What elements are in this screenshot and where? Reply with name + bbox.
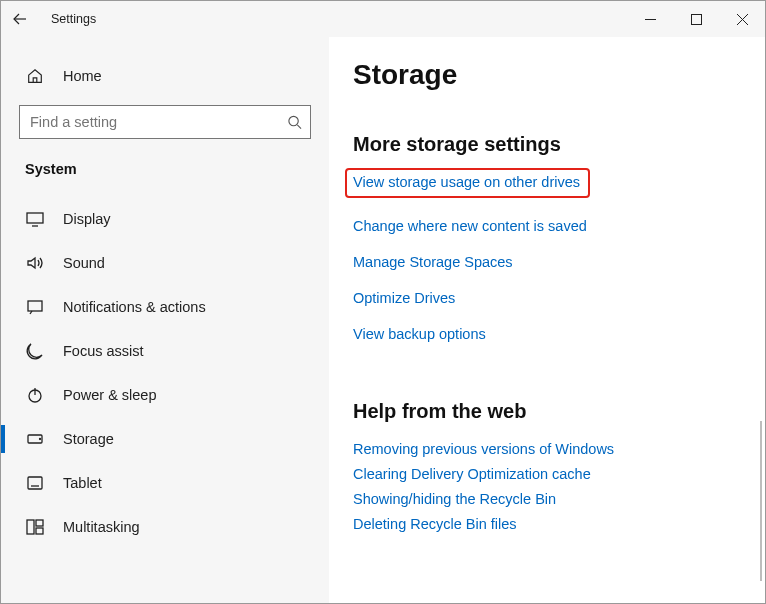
- sidebar-item-label: Notifications & actions: [63, 299, 206, 315]
- category-label: System: [1, 155, 329, 187]
- link-view-backup-options[interactable]: View backup options: [353, 326, 486, 342]
- notifications-icon: [25, 297, 45, 317]
- storage-icon: [25, 429, 45, 449]
- section-more-storage-heading: More storage settings: [353, 133, 741, 156]
- sidebar-item-label: Tablet: [63, 475, 102, 491]
- arrow-left-icon: [12, 11, 28, 27]
- svg-rect-16: [27, 520, 34, 534]
- close-button[interactable]: [719, 1, 765, 37]
- sidebar-item-focus-assist[interactable]: Focus assist: [1, 329, 329, 373]
- link-view-storage-other-drives[interactable]: View storage usage on other drives: [345, 168, 590, 198]
- link-change-where-saved[interactable]: Change where new content is saved: [353, 218, 587, 234]
- focus-assist-icon: [25, 341, 45, 361]
- svg-rect-18: [36, 528, 43, 534]
- nav-home[interactable]: Home: [1, 55, 329, 97]
- help-links: Removing previous versions of Windows Cl…: [353, 441, 741, 532]
- sidebar-item-label: Focus assist: [63, 343, 144, 359]
- sidebar-item-notifications[interactable]: Notifications & actions: [1, 285, 329, 329]
- svg-rect-17: [36, 520, 43, 526]
- settings-window: Settings Home: [0, 0, 766, 604]
- svg-rect-14: [28, 477, 42, 489]
- sidebar-item-label: Storage: [63, 431, 114, 447]
- search-input[interactable]: [20, 106, 310, 138]
- svg-point-5: [289, 116, 298, 125]
- sidebar-item-tablet[interactable]: Tablet: [1, 461, 329, 505]
- search-wrap: [19, 105, 311, 139]
- page-title: Storage: [353, 59, 741, 91]
- minimize-button[interactable]: [627, 1, 673, 37]
- link-clearing-delivery-cache[interactable]: Clearing Delivery Optimization cache: [353, 466, 591, 482]
- sidebar-item-label: Display: [63, 211, 111, 227]
- window-controls: [627, 1, 765, 37]
- home-icon: [25, 66, 45, 86]
- sound-icon: [25, 253, 45, 273]
- sidebar-item-multitasking[interactable]: Multitasking: [1, 505, 329, 549]
- search-icon: [287, 115, 302, 130]
- maximize-button[interactable]: [673, 1, 719, 37]
- content-pane: Storage More storage settings View stora…: [329, 37, 765, 603]
- window-title: Settings: [51, 12, 96, 26]
- svg-rect-2: [691, 14, 701, 24]
- sidebar-item-label: Multitasking: [63, 519, 140, 535]
- multitasking-icon: [25, 517, 45, 537]
- svg-rect-7: [27, 213, 43, 223]
- sidebar-item-label: Power & sleep: [63, 387, 157, 403]
- link-show-hide-recycle-bin[interactable]: Showing/hiding the Recycle Bin: [353, 491, 556, 507]
- svg-line-6: [297, 125, 301, 129]
- svg-point-13: [40, 439, 41, 440]
- sidebar-item-storage[interactable]: Storage: [1, 417, 329, 461]
- link-deleting-recycle-bin[interactable]: Deleting Recycle Bin files: [353, 516, 517, 532]
- sidebar: Home System Display: [1, 37, 329, 603]
- more-storage-links: View storage usage on other drives Chang…: [353, 174, 741, 342]
- sidebar-item-power-sleep[interactable]: Power & sleep: [1, 373, 329, 417]
- link-manage-storage-spaces[interactable]: Manage Storage Spaces: [353, 254, 513, 270]
- link-removing-previous-windows[interactable]: Removing previous versions of Windows: [353, 441, 614, 457]
- power-icon: [25, 385, 45, 405]
- scrollbar[interactable]: [760, 421, 762, 581]
- link-optimize-drives[interactable]: Optimize Drives: [353, 290, 455, 306]
- nav-list: Display Sound Notifications & actions: [1, 197, 329, 549]
- close-icon: [737, 14, 748, 25]
- nav-home-label: Home: [63, 68, 102, 84]
- sidebar-item-sound[interactable]: Sound: [1, 241, 329, 285]
- display-icon: [25, 209, 45, 229]
- sidebar-item-display[interactable]: Display: [1, 197, 329, 241]
- search-box[interactable]: [19, 105, 311, 139]
- titlebar: Settings: [1, 1, 765, 37]
- tablet-icon: [25, 473, 45, 493]
- minimize-icon: [645, 14, 656, 25]
- body: Home System Display: [1, 37, 765, 603]
- maximize-icon: [691, 14, 702, 25]
- section-help-heading: Help from the web: [353, 400, 741, 423]
- back-button[interactable]: [1, 1, 39, 37]
- svg-rect-9: [28, 301, 42, 311]
- sidebar-item-label: Sound: [63, 255, 105, 271]
